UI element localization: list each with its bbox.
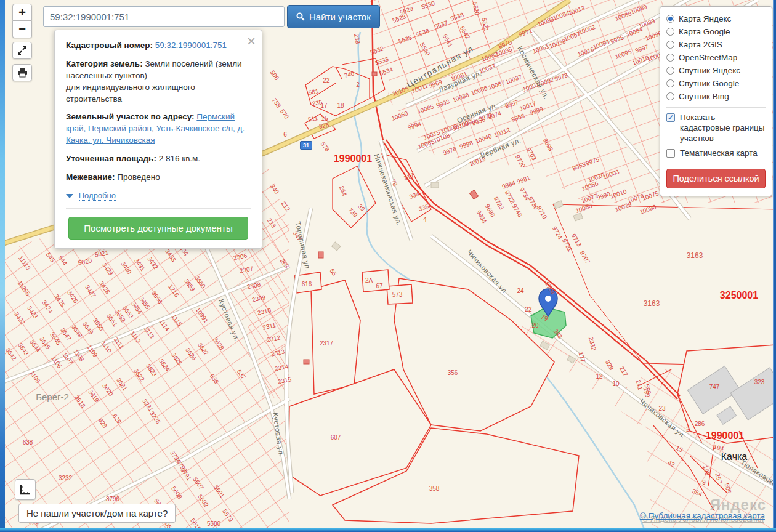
not-found-label: Не нашли участок/дом на карте? (26, 508, 168, 518)
basemap-option[interactable]: Спутник Google (666, 77, 766, 90)
zoom-out-button[interactable]: − (12, 21, 32, 38)
area-row: Уточненная площадь: 2 816 кв.м. (66, 153, 251, 165)
layers-panel: Карта ЯндексКарта GoogleКарта 2GISOpenSt… (660, 6, 772, 196)
attribution-link[interactable]: © Публичная кадастровая карта (640, 511, 765, 520)
cadastral-borders-checkbox-row[interactable]: Показать кадастровые границы участков (666, 113, 766, 144)
address-row: Земельный участок по адресу: Пермский кр… (66, 111, 251, 147)
thematic-map-checkbox-row[interactable]: Тематическая карта (666, 148, 766, 159)
search-input[interactable] (43, 6, 285, 27)
area-value: 2 816 кв.м. (159, 154, 200, 163)
basemap-option[interactable]: OpenStreetMap (666, 51, 766, 64)
radio-icon[interactable] (666, 54, 674, 62)
search-button-label: Найти участок (309, 12, 371, 22)
window-edge-left (0, 0, 5, 532)
share-link-button[interactable]: Поделиться ссылкой (666, 169, 766, 188)
panel-divider (666, 107, 766, 108)
printer-icon (17, 68, 28, 78)
cadastral-number-label: Кадастровый номер: (66, 41, 153, 50)
radio-selected-icon[interactable] (666, 15, 674, 23)
documents-section: Посмотреть доступные документы (66, 208, 251, 240)
land-category-label: Категория земель: (66, 59, 143, 68)
radio-icon[interactable] (666, 79, 674, 87)
measure-button[interactable] (15, 479, 36, 500)
view-documents-button[interactable]: Посмотреть доступные документы (68, 217, 248, 240)
details-link[interactable]: Подробно (79, 191, 116, 201)
radio-icon[interactable] (666, 41, 674, 49)
basemap-option[interactable]: Карта Яндекс (666, 12, 766, 25)
chevron-down-icon (66, 194, 73, 198)
expand-icon (17, 46, 27, 55)
fullscreen-button[interactable] (12, 42, 32, 59)
cadastral-number-row: Кадастровый номер: 59:32:1990001:751 (66, 40, 251, 52)
area-label: Уточненная площадь: (66, 154, 156, 163)
close-icon[interactable]: × (247, 34, 256, 49)
address-label: Земельный участок по адресу: (66, 112, 195, 121)
thematic-map-label: Тематическая карта (680, 148, 758, 159)
basemap-option-label: Карта 2GIS (679, 40, 722, 49)
cadastral-map-app: 5529553055375538553555365540554155425520… (0, 0, 776, 532)
basemap-option[interactable]: Карта 2GIS (666, 38, 766, 51)
basemap-option-label: Спутник Google (679, 79, 739, 88)
window-edge-bottom (0, 528, 776, 532)
zoom-in-button[interactable]: + (12, 4, 32, 21)
window-edge-right (773, 0, 776, 532)
search-icon (296, 12, 305, 21)
basemap-options: Карта ЯндексКарта GoogleКарта 2GISOpenSt… (666, 12, 766, 103)
basemap-option[interactable]: Карта Google (666, 25, 766, 38)
details-row: Подробно (66, 190, 251, 202)
survey-label: Межевание: (66, 172, 115, 182)
basemap-option[interactable]: Спутник Яндекс (666, 64, 766, 77)
basemap-option-label: Спутник Bing (679, 92, 729, 101)
print-button[interactable] (12, 64, 32, 81)
survey-row: Межевание: Проведено (66, 172, 251, 183)
search-button[interactable]: Найти участок (287, 5, 380, 28)
radio-icon[interactable] (666, 92, 674, 100)
checkbox-unchecked-icon[interactable] (666, 149, 675, 158)
radio-icon[interactable] (666, 66, 674, 75)
survey-value: Проведено (117, 172, 160, 182)
checkbox-checked-icon[interactable] (666, 113, 675, 122)
not-found-bar[interactable]: Не нашли участок/дом на карте? (18, 504, 176, 523)
radio-icon[interactable] (666, 28, 674, 36)
parcel-info-popup: × Кадастровый номер: 59:32:1990001:751 К… (54, 30, 262, 249)
cadastral-borders-label: Показать кадастровые границы участков (680, 113, 766, 144)
cadastral-number-link[interactable]: 59:32:1990001:751 (155, 41, 227, 50)
ruler-icon (20, 484, 31, 495)
basemap-option-label: Карта Google (679, 27, 730, 36)
land-category-value2: для индивидуального жилищного строительс… (66, 83, 195, 103)
basemap-option-label: Спутник Яндекс (679, 66, 740, 75)
basemap-option-label: Карта Яндекс (679, 14, 731, 23)
basemap-option-label: OpenStreetMap (679, 53, 737, 62)
basemap-option[interactable]: Спутник Bing (666, 90, 766, 103)
land-category-row: Категория земель: Земли поселений (земли… (66, 58, 251, 105)
